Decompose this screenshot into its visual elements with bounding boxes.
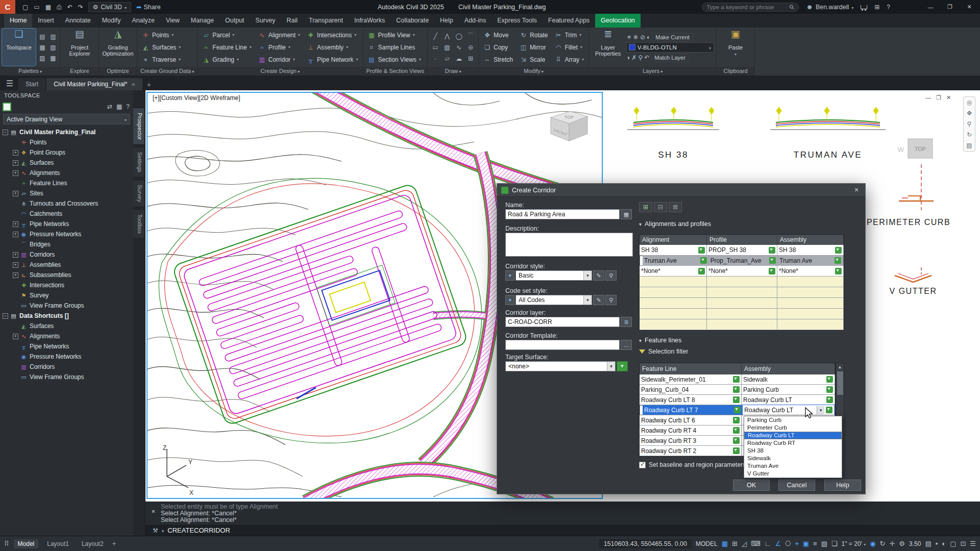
ribbon-tab[interactable]: Express Tools bbox=[492, 14, 543, 28]
tab-start[interactable]: Start bbox=[18, 78, 45, 90]
object-snap-icon[interactable]: ▣ bbox=[803, 540, 809, 547]
tree-expander[interactable] bbox=[13, 232, 18, 237]
feature-line-row[interactable]: Sidewalk_Perimeter_01 Sidewalk bbox=[640, 374, 835, 385]
ribbon-tool-item[interactable]: ⊥ Assembly bbox=[304, 41, 360, 54]
ribbon-tab[interactable]: Add-ins bbox=[459, 14, 492, 28]
tree-expander[interactable] bbox=[13, 150, 18, 156]
model-space-toggle[interactable]: MODEL bbox=[696, 540, 718, 547]
ribbon-tab[interactable]: Help bbox=[434, 14, 459, 28]
workspace-switcher[interactable]: Civil 3D bbox=[88, 2, 131, 12]
ribbon-tool-item[interactable]: ❏ Copy bbox=[481, 41, 516, 54]
select-from-drawing-icon[interactable] bbox=[769, 247, 775, 254]
quick-properties-icon[interactable]: ▤ bbox=[925, 540, 931, 547]
showmotion-icon[interactable]: ▤ bbox=[966, 142, 972, 149]
selection-filter-button[interactable]: Selection filter bbox=[639, 348, 689, 355]
feature-line-row[interactable]: Roadway Curb LT 8 Roadway Curb LT bbox=[640, 395, 835, 405]
annotation-scale-control[interactable]: 1" = 20' bbox=[842, 540, 866, 547]
minimize-button[interactable]: — bbox=[921, 0, 940, 14]
select-from-drawing-icon[interactable] bbox=[734, 407, 741, 413]
project-explorer-button[interactable]: Project Explorer bbox=[63, 29, 96, 66]
command-input[interactable]: CREATECORRIDOR bbox=[167, 527, 230, 534]
tree-expander[interactable] bbox=[3, 313, 8, 319]
close-button[interactable]: ✕ bbox=[960, 0, 979, 14]
help-icon[interactable] bbox=[126, 103, 130, 110]
panel-label-explore[interactable]: Explore bbox=[61, 67, 99, 76]
tree-item[interactable]: ◭ Surfaces bbox=[0, 321, 133, 331]
ribbon-tab[interactable]: Insert bbox=[32, 14, 59, 28]
panel-label-create-design[interactable]: Create Design bbox=[198, 67, 362, 76]
lock-ui-icon[interactable]: ▪ bbox=[936, 540, 938, 547]
tree-item[interactable]: ▭ View Frame Groups bbox=[0, 372, 133, 382]
panel-label-draw[interactable]: Draw bbox=[428, 67, 478, 76]
polyline-icon[interactable]: ⋀ bbox=[442, 31, 453, 41]
select-from-drawing-icon[interactable] bbox=[733, 386, 740, 393]
make-current-button[interactable]: Make Current bbox=[652, 33, 693, 41]
ribbon-tab[interactable]: Output bbox=[219, 14, 250, 28]
circle-icon[interactable]: ◯ bbox=[453, 31, 464, 41]
annotation-monitor-icon[interactable]: ✛ bbox=[889, 540, 895, 547]
tree-item[interactable]: ◭ Surfaces bbox=[0, 158, 133, 168]
ribbon-tool-item[interactable]: ⇲ Scale bbox=[517, 54, 550, 66]
code-set-select[interactable]: All Codes bbox=[516, 295, 592, 305]
select-from-drawing-icon[interactable] bbox=[835, 247, 842, 254]
select-from-drawing-icon[interactable] bbox=[733, 417, 740, 423]
browse-template-button[interactable] bbox=[621, 340, 632, 350]
corridor-layer-input[interactable] bbox=[505, 317, 620, 327]
tree-item[interactable]: ▥ Corridors bbox=[0, 362, 133, 372]
dropdown-item[interactable]: Perimeter Curb bbox=[744, 424, 842, 432]
column-header-assembly[interactable]: Assembly bbox=[742, 363, 835, 374]
match-layer-button[interactable]: Match Layer bbox=[651, 54, 689, 62]
tab-model[interactable]: Model bbox=[14, 539, 39, 548]
tree-expander[interactable] bbox=[13, 221, 18, 227]
help-button[interactable]: Help bbox=[824, 480, 861, 491]
tree-expander[interactable] bbox=[13, 272, 18, 278]
maximize-button[interactable]: ❐ bbox=[940, 0, 960, 14]
new-tab-button[interactable]: + bbox=[143, 79, 155, 90]
select-from-drawing-icon[interactable] bbox=[826, 386, 833, 393]
layer-dropdown[interactable]: V-BLDG-OTLN bbox=[626, 42, 714, 53]
zoom-icon[interactable]: ⚲ bbox=[967, 120, 972, 128]
select-from-drawing-icon[interactable] bbox=[835, 257, 841, 264]
preview-toggle-icon[interactable] bbox=[116, 103, 122, 110]
drawing-area-icon[interactable]: ▨ bbox=[37, 53, 47, 63]
share-button[interactable]: Share bbox=[136, 3, 161, 11]
object-snap-tracking-icon[interactable]: ⌖ bbox=[795, 540, 798, 548]
alignment-row[interactable] bbox=[640, 319, 844, 330]
tree-item[interactable]: ⋔ Turnouts and Crossovers bbox=[0, 198, 133, 209]
alignment-row[interactable] bbox=[640, 298, 844, 309]
tree-item[interactable]: ✚ Intersections bbox=[0, 280, 133, 290]
ribbon-tool-item[interactable]: ≈ Feature Line bbox=[200, 41, 254, 54]
search-icon[interactable] bbox=[790, 4, 794, 11]
dropdown-item[interactable]: Roadway Curb RT bbox=[744, 439, 842, 447]
isolate-objects-icon[interactable]: ◐ bbox=[942, 540, 946, 547]
dropdown-item[interactable]: V Gutter bbox=[744, 470, 842, 478]
customization-icon[interactable]: ☰ bbox=[970, 540, 976, 547]
ribbon-tab[interactable]: InfraWorks bbox=[349, 14, 390, 28]
ribbon-tab[interactable]: Annotate bbox=[60, 14, 96, 28]
transparency-icon[interactable]: ▨ bbox=[821, 540, 827, 547]
tree-item[interactable]: ⌒ Bridges bbox=[0, 239, 133, 249]
tree-item[interactable]: ∿ Alignments bbox=[0, 168, 133, 178]
ribbon-tab[interactable]: Collaborate bbox=[390, 14, 434, 28]
dropdown-item[interactable]: Sidewalk bbox=[744, 455, 842, 462]
select-from-drawing-icon[interactable] bbox=[698, 247, 705, 254]
scroll-up-icon[interactable]: ▲ bbox=[836, 363, 844, 370]
select-from-drawing-icon[interactable] bbox=[769, 257, 776, 264]
feature-lines-section-header[interactable]: Feature lines bbox=[639, 337, 681, 344]
tree-item[interactable]: ❖ Point Groups bbox=[0, 147, 133, 158]
isodraft-icon[interactable]: ⎔ bbox=[785, 540, 791, 547]
graphics-performance-icon[interactable]: ▢ bbox=[950, 540, 956, 547]
ribbon-tool-item[interactable]: ⌗ Sample Lines bbox=[365, 41, 424, 54]
line-icon[interactable]: ╱ bbox=[430, 31, 441, 41]
tree-item[interactable]: ╥ Pipe Networks bbox=[0, 219, 133, 229]
plot-icon[interactable]: ⎙ bbox=[57, 4, 62, 11]
cart-icon[interactable] bbox=[861, 5, 867, 9]
pick-surface-button[interactable] bbox=[617, 361, 628, 371]
tab-layout1[interactable]: Layout1 bbox=[43, 539, 73, 548]
spline-icon[interactable]: ∿ bbox=[453, 42, 464, 53]
hamburger-icon[interactable]: ☰ bbox=[2, 76, 17, 90]
select-from-drawing-icon[interactable] bbox=[826, 396, 833, 403]
add-baseline-button[interactable]: ⊞ bbox=[639, 202, 652, 212]
ortho-icon[interactable]: ∟ bbox=[765, 540, 771, 547]
panel-label-modify[interactable]: Modify bbox=[479, 67, 589, 76]
